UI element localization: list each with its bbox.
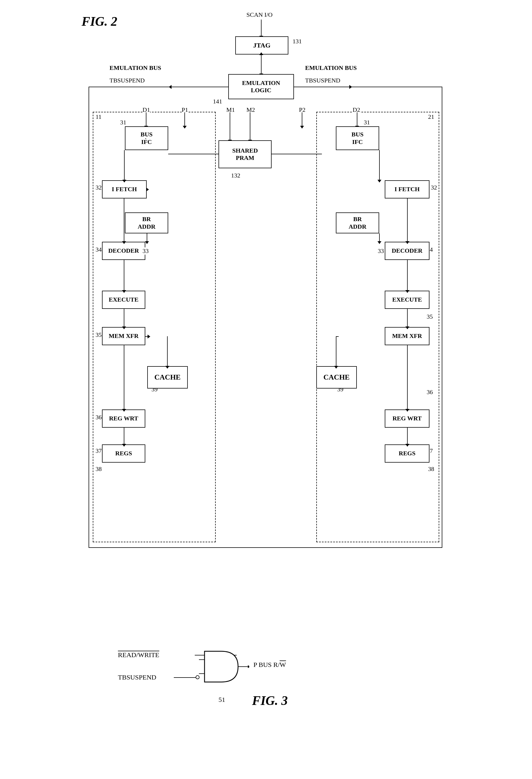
- embus-right-v: [442, 87, 442, 548]
- emulation-logic-box: EMULATION LOGIC: [228, 74, 294, 99]
- m2-label: M2: [247, 106, 255, 114]
- left-memxfr-to-cache: [145, 336, 148, 337]
- right-ifetch-box: I FETCH: [385, 180, 429, 198]
- left-ifetch-to-decoder: [124, 198, 124, 242]
- right-regwrt-ref: 36: [427, 388, 433, 396]
- right-memxfr-ref: 35: [427, 313, 433, 320]
- right-cache-line-v: [336, 336, 336, 366]
- right-execute-box: EXECUTE: [385, 291, 429, 309]
- left-braddr-to-decoder: [147, 233, 147, 242]
- right-regwrt-to-regs: [407, 428, 408, 444]
- jtag-to-emlogic-arrow: [261, 55, 262, 74]
- fig3-title: FIG. 3: [252, 693, 288, 708]
- left-cache-box: CACHE: [147, 366, 188, 388]
- right-memxfr-box: MEM XFR: [385, 327, 429, 345]
- fig3-gate-ref: 51: [218, 696, 225, 704]
- right-memxfr-to-regwrt: [407, 345, 408, 410]
- fig3-tbsuspend-label: TBSUSPEND: [118, 674, 156, 681]
- right-br-addr-ref: 33: [378, 247, 384, 255]
- tbsuspend-left-label: TBSUSPEND: [110, 77, 145, 84]
- right-execute-to-memxfr: [407, 309, 408, 327]
- embus-bottom-h: [88, 547, 442, 548]
- shared-pram-box: SHARED PRAM: [218, 140, 272, 168]
- left-regwrt-ref: 36: [95, 414, 102, 421]
- right-regs-num: 38: [428, 465, 434, 473]
- m1-label: M1: [226, 106, 235, 114]
- p2-arrow: [302, 112, 302, 126]
- left-execute-to-memxfr: [124, 309, 124, 327]
- left-bus-ifc-ref: 31: [120, 119, 126, 126]
- right-braddr-to-decoder: [379, 233, 380, 242]
- read-write-label: READ/WRITE: [118, 651, 159, 659]
- left-memxfr-box: MEM XFR: [102, 327, 145, 345]
- m2-arrow: [250, 112, 250, 140]
- emlogic-to-right: [294, 87, 350, 87]
- page: FIG. 2 SCAN I/O JTAG 131 EMULATION LOGIC…: [0, 0, 532, 779]
- svg-marker-3: [248, 665, 249, 668]
- left-regwrt-to-regs: [124, 428, 124, 444]
- right-regwrt-box: REG WRT: [385, 410, 429, 428]
- left-memxfr-ref: 35: [95, 331, 102, 339]
- jtag-box: JTAG: [235, 36, 288, 55]
- left-ifetch-ref: 32: [95, 184, 102, 191]
- embus-left-v: [88, 87, 89, 548]
- left-execute-box: EXECUTE: [102, 291, 145, 309]
- right-bus-ifc-ref: 31: [364, 119, 370, 126]
- emlogic-ref: 141: [213, 98, 222, 105]
- right-bus-ifc-box: BUS IFC: [336, 126, 379, 150]
- right-decoder-to-execute: [407, 260, 408, 291]
- right-decoder-box: DECODER: [385, 242, 429, 260]
- p-bus-rw-label: P BUS R/W: [253, 661, 286, 669]
- d2-arrow: [357, 112, 357, 126]
- scan-to-jtag-arrow: [261, 19, 262, 36]
- left-regs-ref: 37: [95, 447, 102, 455]
- left-busife-h1: [145, 138, 146, 139]
- left-bus-ifc-box: BUS IFC: [125, 126, 168, 150]
- d2-label: D2: [353, 106, 360, 114]
- right-cpu-ref: 21: [428, 113, 434, 120]
- embus-left-label: EMULATION BUS: [110, 64, 161, 71]
- fig3-area: READ/WRITE TBSUSPEND P BUS R/W: [112, 635, 420, 724]
- embus-right-label: EMULATION BUS: [305, 64, 357, 71]
- left-br-addr-ref: 33: [142, 247, 149, 255]
- left-regs-num: 38: [95, 465, 102, 473]
- left-cpu-ref: 11: [95, 113, 102, 120]
- left-regwrt-box: REG WRT: [102, 410, 145, 428]
- emlogic-to-left: [171, 87, 228, 87]
- left-decoder-to-execute: [124, 260, 124, 291]
- jtag-ref: 131: [292, 38, 302, 45]
- sharedpram-to-right-h: [272, 154, 322, 154]
- left-decoder-box: DECODER: [102, 242, 145, 260]
- tbsuspend-right-label: TBSUSPEND: [305, 77, 340, 84]
- scan-io-label: SCAN I/O: [247, 11, 273, 18]
- left-br-addr-box: BR ADDR: [125, 213, 168, 233]
- right-busife-to-ifetch: [379, 150, 380, 180]
- right-regs-box: REGS: [385, 444, 429, 463]
- left-cache-line-v: [167, 336, 168, 366]
- fig2-diagram: FIG. 2 SCAN I/O JTAG 131 EMULATION LOGIC…: [73, 11, 459, 612]
- m1-arrow: [230, 112, 230, 140]
- p1-arrow: [184, 112, 185, 126]
- sharedpram-to-left-h: [168, 154, 218, 154]
- and-gate-svg: [199, 646, 249, 687]
- fig2-title: FIG. 2: [82, 14, 117, 29]
- left-memxfr-to-regwrt: [124, 345, 124, 410]
- left-decoder-ref: 34: [95, 246, 102, 253]
- right-br-addr-box: BR ADDR: [336, 213, 379, 233]
- fig3-line-tbs: [174, 677, 197, 678]
- shared-pram-ref: 132: [231, 172, 240, 179]
- left-busife-to-ifetch: [124, 150, 125, 180]
- right-ifetch-ref: 32: [431, 184, 437, 191]
- d1-arrow: [146, 112, 146, 126]
- right-cache-box: CACHE: [316, 366, 357, 388]
- right-ifetch-to-decoder: [407, 198, 408, 242]
- left-ifetch-box: I FETCH: [102, 180, 147, 198]
- left-regs-box: REGS: [102, 444, 145, 463]
